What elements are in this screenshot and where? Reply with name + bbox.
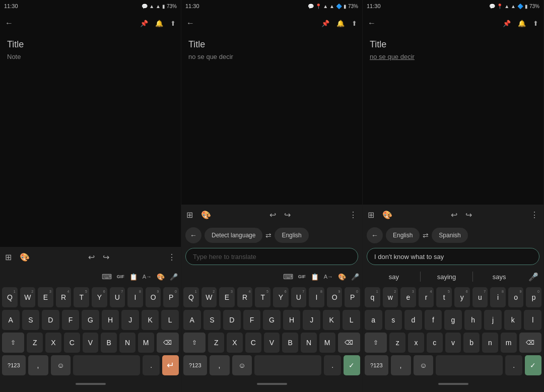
key2-P[interactable]: P0 (345, 287, 360, 307)
key2-O[interactable]: O9 (327, 287, 343, 307)
key-F[interactable]: F (62, 310, 80, 330)
key2-shift[interactable]: ⇧ (183, 333, 206, 353)
key2-V[interactable]: V (264, 333, 280, 353)
key-P[interactable]: P0 (163, 287, 179, 307)
note-body-2[interactable]: no se que decir (188, 53, 355, 60)
key3-t[interactable]: t5 (436, 287, 452, 307)
key3-z[interactable]: z (389, 333, 405, 353)
key3-n[interactable]: n (482, 333, 498, 353)
mic-sugg-icon-3[interactable]: 🎤 (528, 272, 538, 282)
key2-G[interactable]: G (263, 310, 281, 330)
kb-more-icon-2[interactable]: ⋮ (349, 210, 357, 220)
word-sugg-says[interactable]: says (473, 270, 525, 284)
key3-d[interactable]: d (404, 310, 422, 330)
kb-palette-icon-2[interactable]: 🎨 (201, 210, 211, 220)
translate-input-2[interactable] (185, 248, 358, 265)
emoji-icon-1[interactable]: ⌨ (102, 273, 112, 281)
key3-m[interactable]: m (501, 333, 517, 353)
kb-plus-icon-1[interactable]: ⊞ (5, 252, 12, 262)
key2-I[interactable]: I8 (309, 287, 324, 307)
key2-T[interactable]: T5 (255, 287, 270, 307)
kb-redo-icon-1[interactable]: ↪ (103, 252, 109, 262)
key3-k[interactable]: k (504, 310, 522, 330)
kb-plus-icon-3[interactable]: ⊞ (368, 210, 374, 220)
archive-icon-2[interactable]: ⬆ (352, 20, 357, 27)
key2-period[interactable]: . (324, 355, 341, 375)
bell-icon-2[interactable]: 🔔 (336, 20, 345, 27)
key3-enter[interactable]: ✓ (525, 355, 541, 375)
key3-e[interactable]: e3 (400, 287, 416, 307)
key2-D[interactable]: D (223, 310, 241, 330)
key-V[interactable]: V (83, 333, 99, 353)
note-body-3[interactable]: no se que decir (370, 53, 536, 60)
key2-U[interactable]: U7 (291, 287, 307, 307)
key3-q[interactable]: q1 (365, 287, 380, 307)
key2-Y[interactable]: Y6 (273, 287, 289, 307)
kb-palette-icon-3[interactable]: 🎨 (382, 210, 392, 220)
key3-p[interactable]: p0 (526, 287, 541, 307)
key2-H[interactable]: H (283, 310, 301, 330)
key3-s[interactable]: s (385, 310, 402, 330)
key-period[interactable]: . (143, 355, 159, 375)
key-shift[interactable]: ⇧ (2, 333, 24, 353)
key-space[interactable] (73, 355, 140, 375)
clipboard-icon-2[interactable]: 📋 (311, 273, 319, 281)
key2-Q[interactable]: Q1 (183, 287, 199, 307)
clipboard-icon-1[interactable]: 📋 (129, 273, 138, 281)
key3-delete[interactable]: ⌫ (519, 333, 541, 353)
mic-icon-2[interactable]: 🎤 (351, 273, 359, 281)
key3-y[interactable]: y6 (454, 287, 470, 307)
key2-R[interactable]: R4 (237, 287, 253, 307)
key-U[interactable]: U7 (110, 287, 125, 307)
key-I[interactable]: I8 (127, 287, 143, 307)
key3-a[interactable]: a (365, 310, 382, 330)
key-Q[interactable]: Q1 (2, 287, 18, 307)
translate-icon-1[interactable]: A→ (143, 274, 152, 280)
key2-J[interactable]: J (303, 310, 320, 330)
key3-b[interactable]: b (463, 333, 480, 353)
kb-undo-icon-2[interactable]: ↩ (269, 210, 276, 220)
translate-input-3[interactable] (367, 248, 539, 265)
key3-space[interactable] (436, 355, 503, 375)
key2-N[interactable]: N (301, 333, 317, 353)
key-Z[interactable]: Z (27, 333, 43, 353)
kb-more-icon-3[interactable]: ⋮ (530, 210, 538, 220)
bell-icon-1[interactable]: 🔔 (155, 20, 163, 27)
key3-x[interactable]: x (408, 333, 424, 353)
key3-g[interactable]: g (444, 310, 462, 330)
key3-f[interactable]: f (425, 310, 442, 330)
key-123[interactable]: ?123 (2, 355, 26, 375)
key2-Z[interactable]: Z (208, 333, 224, 353)
key3-shift[interactable]: ⇧ (365, 333, 387, 353)
key3-h[interactable]: h (464, 310, 482, 330)
key2-K[interactable]: K (323, 310, 341, 330)
key-G[interactable]: G (82, 310, 99, 330)
pin-icon-3[interactable]: 📌 (503, 20, 511, 27)
translate-icon-2[interactable]: A→ (324, 274, 333, 280)
key-O[interactable]: O9 (146, 287, 161, 307)
key2-B[interactable]: B (282, 333, 298, 353)
gif-icon-2[interactable]: GIF (298, 274, 306, 279)
key2-E[interactable]: E3 (219, 287, 235, 307)
key-N[interactable]: N (119, 333, 135, 353)
key2-delete[interactable]: ⌫ (338, 333, 360, 353)
lang1-btn-3[interactable]: English (386, 228, 420, 243)
archive-icon-1[interactable]: ⬆ (170, 20, 176, 27)
key-C[interactable]: C (64, 333, 80, 353)
key-K[interactable]: K (142, 310, 159, 330)
key3-j[interactable]: j (484, 310, 502, 330)
key-enter[interactable]: ↵ (162, 355, 179, 375)
kb-redo-icon-2[interactable]: ↪ (284, 210, 291, 220)
back-button-2[interactable]: ← (186, 19, 194, 28)
archive-icon-3[interactable]: ⬆ (533, 20, 538, 27)
kb-undo-icon-3[interactable]: ↩ (451, 210, 457, 220)
brush-icon-1[interactable]: 🎨 (157, 273, 165, 281)
key3-v[interactable]: v (445, 333, 461, 353)
note-title-3[interactable]: Title (370, 39, 536, 50)
brush-icon-2[interactable]: 🎨 (338, 273, 346, 281)
key-E[interactable]: E3 (38, 287, 53, 307)
key-J[interactable]: J (121, 310, 139, 330)
back-button-1[interactable]: ← (5, 19, 13, 28)
key-R[interactable]: R4 (56, 287, 72, 307)
note-body-1[interactable]: Note (7, 53, 174, 60)
